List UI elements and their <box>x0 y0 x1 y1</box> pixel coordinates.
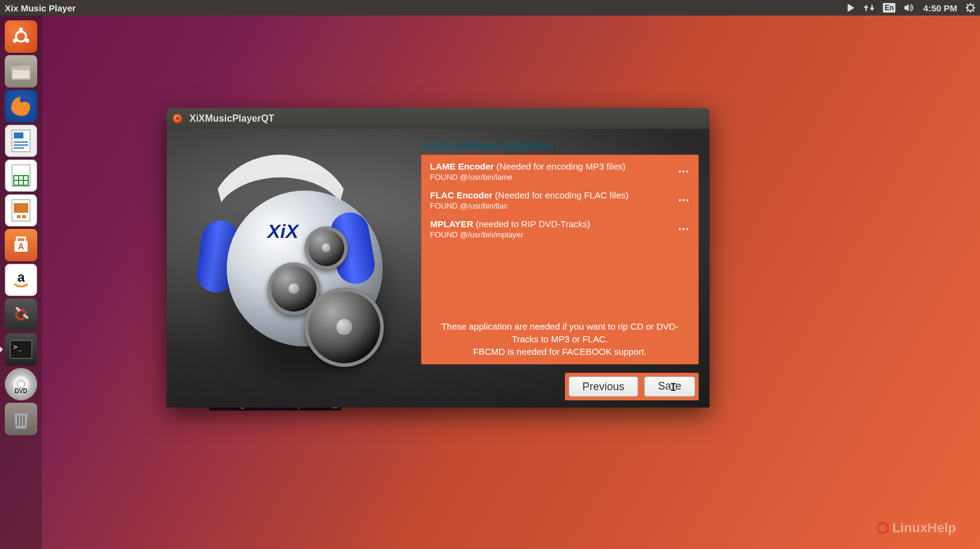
system-tray: En 4:50 PM <box>847 3 975 13</box>
svg-rect-18 <box>14 132 23 138</box>
svg-text:DVD: DVD <box>14 388 27 394</box>
svg-point-0 <box>967 5 973 11</box>
logo-text: XiX <box>267 221 299 243</box>
svg-line-6 <box>973 10 974 11</box>
svg-point-9 <box>16 32 26 42</box>
ubuntu-dash-icon[interactable] <box>5 20 37 53</box>
system-settings-icon[interactable] <box>5 298 37 331</box>
app-found: FOUND @/usr/bin/lame <box>430 173 672 182</box>
app-found: FOUND @/usr/bin/flac <box>430 201 672 210</box>
svg-line-7 <box>973 4 974 5</box>
more-icon[interactable]: ••• <box>678 225 690 233</box>
more-icon[interactable]: ••• <box>678 196 690 204</box>
svg-text:A: A <box>18 242 24 251</box>
xix-setup-dialog: × XiXMusicPlayerQT XiX Usefull additiona… <box>167 108 710 408</box>
svg-text:a: a <box>17 270 25 285</box>
app-title: Xix Music Player <box>5 3 76 13</box>
amazon-icon[interactable]: a <box>5 264 37 296</box>
terminal-icon[interactable]: >_ <box>5 333 37 366</box>
app-found: FOUND @/usr/bin/mplayer <box>430 230 672 239</box>
libreoffice-writer-icon[interactable] <box>5 125 37 157</box>
watermark-text: LinuxHelp <box>892 520 956 536</box>
clock[interactable]: 4:50 PM <box>923 3 957 13</box>
additional-apps-panel: LAME Encoder (Needed for encoding MP3 fi… <box>421 155 699 364</box>
app-item-flac: FLAC Encoder (Needed for encoding FLAC f… <box>430 190 690 210</box>
app-name: LAME Encoder <box>430 161 494 171</box>
app-item-mplayer: MPLAYER (needed to RIP DVD-Tracks) FOUND… <box>430 219 690 239</box>
network-icon[interactable] <box>864 4 874 12</box>
svg-rect-29 <box>17 215 20 218</box>
app-name: FLAC Encoder <box>430 190 492 200</box>
svg-line-5 <box>967 4 968 5</box>
svg-rect-28 <box>14 203 28 213</box>
language-indicator[interactable]: En <box>883 3 895 13</box>
svg-rect-30 <box>22 215 26 218</box>
more-icon[interactable]: ••• <box>678 167 690 176</box>
watermark-icon <box>877 522 889 534</box>
svg-point-12 <box>25 38 29 43</box>
top-menubar: Xix Music Player En 4:50 PM <box>0 0 980 16</box>
app-name: MPLAYER <box>430 219 473 229</box>
session-gear-icon[interactable] <box>966 3 975 13</box>
app-item-lame: LAME Encoder (Needed for encoding MP3 fi… <box>430 161 690 182</box>
svg-point-37 <box>17 381 25 388</box>
app-need: (Needed for encoding FLAC files) <box>495 190 629 200</box>
app-need: (Needed for encoding MP3 files) <box>497 161 626 171</box>
svg-text:>_: >_ <box>13 343 22 351</box>
watermark: LinuxHelp <box>877 520 956 536</box>
libreoffice-impress-icon[interactable] <box>5 194 37 227</box>
unity-launcher: A a >_ DVD <box>0 16 42 549</box>
app-need: (needed to RIP DVD-Tracks) <box>476 219 590 229</box>
window-title: XiXMusicPlayerQT <box>190 113 274 124</box>
svg-rect-15 <box>13 70 29 79</box>
svg-rect-39 <box>13 411 29 414</box>
window-titlebar[interactable]: × XiXMusicPlayerQT <box>167 108 710 129</box>
file-manager-icon[interactable] <box>5 55 37 88</box>
firefox-icon[interactable] <box>5 90 37 122</box>
trash-icon[interactable] <box>5 403 37 435</box>
media-dvd-icon[interactable]: DVD <box>5 368 37 400</box>
libreoffice-calc-icon[interactable] <box>5 159 37 192</box>
svg-point-11 <box>13 38 17 43</box>
svg-point-10 <box>19 28 23 32</box>
wizard-buttons: Previous SaIe <box>565 373 699 400</box>
save-button[interactable]: SaIe <box>644 376 695 397</box>
svg-line-8 <box>967 10 968 11</box>
close-icon[interactable]: × <box>173 114 182 123</box>
ubuntu-software-icon[interactable]: A <box>5 229 37 261</box>
xix-logo-icon: XiX <box>185 155 401 382</box>
previous-button[interactable]: Previous <box>569 376 638 397</box>
logo-pane: XiX <box>167 129 419 408</box>
play-indicator-icon[interactable] <box>847 4 855 12</box>
volume-icon[interactable] <box>904 4 915 12</box>
panel-footer: These application are needed if you want… <box>430 320 690 358</box>
svg-rect-14 <box>13 63 20 67</box>
section-title: Usefull additional applications <box>421 140 699 150</box>
